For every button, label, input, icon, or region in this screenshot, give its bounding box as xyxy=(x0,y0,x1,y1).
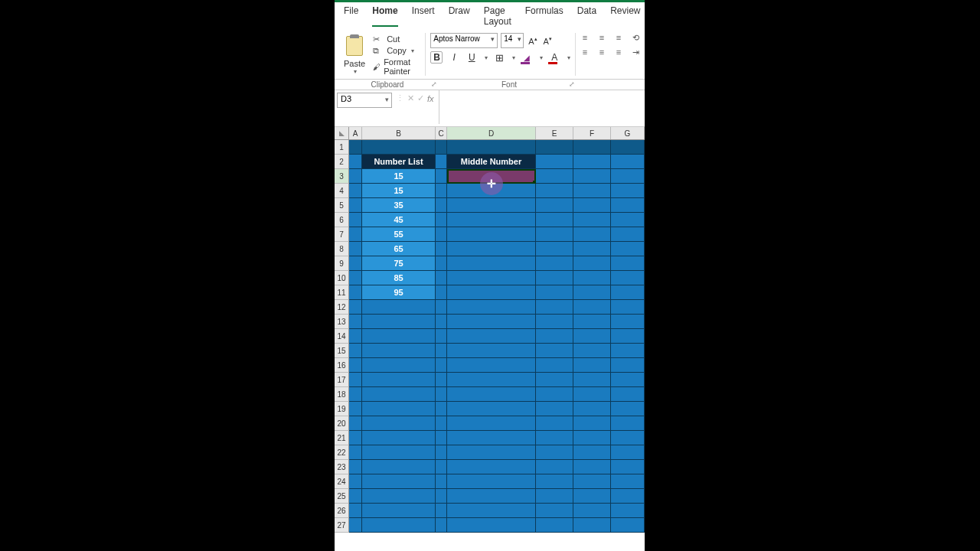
column-header-D[interactable]: D xyxy=(447,127,536,139)
cell-D20[interactable] xyxy=(447,416,536,431)
cell-G1[interactable] xyxy=(611,140,645,155)
cell-D5[interactable] xyxy=(447,198,536,213)
cell-A14[interactable] xyxy=(349,329,362,344)
cell-A17[interactable] xyxy=(349,373,362,387)
cell-G2[interactable] xyxy=(611,155,645,169)
cell-G18[interactable] xyxy=(611,387,645,402)
cell-A27[interactable] xyxy=(349,518,362,533)
cell-F17[interactable] xyxy=(573,373,611,387)
cell-D26[interactable] xyxy=(447,504,536,518)
cell-F14[interactable] xyxy=(573,329,611,344)
row-header-12[interactable]: 12 xyxy=(335,300,349,315)
cell-F12[interactable] xyxy=(573,300,611,315)
select-all-corner[interactable]: ◣ xyxy=(335,127,349,139)
cell-C21[interactable] xyxy=(436,431,447,445)
cell-B4[interactable]: 15 xyxy=(362,184,436,198)
cell-C12[interactable] xyxy=(436,300,447,315)
cell-C25[interactable] xyxy=(436,489,447,504)
cell-B18[interactable] xyxy=(362,387,436,402)
chevron-down-icon[interactable]: ▾ xyxy=(540,54,543,61)
cell-C7[interactable] xyxy=(436,227,447,242)
cell-D27[interactable] xyxy=(447,518,536,533)
cell-B17[interactable] xyxy=(362,373,436,387)
cell-E4[interactable] xyxy=(536,184,573,198)
cell-A3[interactable] xyxy=(349,169,362,184)
cell-D12[interactable] xyxy=(447,300,536,315)
menu-formulas[interactable]: Formulas xyxy=(525,5,564,27)
underline-button[interactable]: U xyxy=(466,52,478,63)
cell-E23[interactable] xyxy=(536,460,573,474)
cell-B19[interactable] xyxy=(362,402,436,416)
cell-C27[interactable] xyxy=(436,518,447,533)
cell-E18[interactable] xyxy=(536,387,573,402)
cell-D1[interactable] xyxy=(447,140,536,155)
copy-button[interactable]: Copy▾ xyxy=(373,46,417,55)
increase-font-button[interactable]: A▴ xyxy=(527,36,538,46)
cell-E24[interactable] xyxy=(536,474,573,489)
menu-review[interactable]: Review xyxy=(610,5,640,27)
cell-A25[interactable] xyxy=(349,489,362,504)
cells-area[interactable]: Number ListMiddle Number1515354555657585… xyxy=(349,140,645,533)
cell-B9[interactable]: 75 xyxy=(362,256,436,271)
cell-D10[interactable] xyxy=(447,271,536,285)
row-header-6[interactable]: 6 xyxy=(335,213,349,227)
cell-D8[interactable] xyxy=(447,242,536,256)
row-header-23[interactable]: 23 xyxy=(335,460,349,474)
cell-C17[interactable] xyxy=(436,373,447,387)
cell-B26[interactable] xyxy=(362,504,436,518)
cell-F19[interactable] xyxy=(573,402,611,416)
font-size-select[interactable]: 14 xyxy=(501,33,524,48)
row-header-9[interactable]: 9 xyxy=(335,256,349,271)
cell-A16[interactable] xyxy=(349,358,362,373)
cell-F21[interactable] xyxy=(573,431,611,445)
cancel-formula-button[interactable]: ✕ xyxy=(407,93,414,103)
cell-C1[interactable] xyxy=(436,140,447,155)
cell-F11[interactable] xyxy=(573,285,611,300)
cell-A22[interactable] xyxy=(349,445,362,460)
cell-B12[interactable] xyxy=(362,300,436,315)
cell-D25[interactable] xyxy=(447,489,536,504)
row-header-8[interactable]: 8 xyxy=(335,242,349,256)
cell-G9[interactable] xyxy=(611,256,645,271)
cell-A23[interactable] xyxy=(349,460,362,474)
cell-G25[interactable] xyxy=(611,489,645,504)
cell-E27[interactable] xyxy=(536,518,573,533)
row-header-1[interactable]: 1 xyxy=(335,140,349,155)
menu-data[interactable]: Data xyxy=(577,5,596,27)
cell-B23[interactable] xyxy=(362,460,436,474)
cell-F24[interactable] xyxy=(573,474,611,489)
cell-E11[interactable] xyxy=(536,285,573,300)
row-header-21[interactable]: 21 xyxy=(335,431,349,445)
indent-button[interactable]: ⇥ xyxy=(629,47,642,57)
cell-C13[interactable] xyxy=(436,315,447,329)
cell-B24[interactable] xyxy=(362,474,436,489)
cell-A12[interactable] xyxy=(349,300,362,315)
insert-function-button[interactable]: fx xyxy=(427,94,434,103)
cell-G5[interactable] xyxy=(611,198,645,213)
cell-C14[interactable] xyxy=(436,329,447,344)
cell-G7[interactable] xyxy=(611,227,645,242)
cell-B22[interactable] xyxy=(362,445,436,460)
cell-F5[interactable] xyxy=(573,198,611,213)
row-header-22[interactable]: 22 xyxy=(335,445,349,460)
cell-F6[interactable] xyxy=(573,213,611,227)
cell-G24[interactable] xyxy=(611,474,645,489)
cell-E3[interactable] xyxy=(536,169,573,184)
cell-G26[interactable] xyxy=(611,504,645,518)
cell-C26[interactable] xyxy=(436,504,447,518)
cell-G19[interactable] xyxy=(611,402,645,416)
cell-D24[interactable] xyxy=(447,474,536,489)
cell-D7[interactable] xyxy=(447,227,536,242)
cell-E8[interactable] xyxy=(536,242,573,256)
cell-E21[interactable] xyxy=(536,431,573,445)
borders-button[interactable] xyxy=(493,52,505,64)
column-header-B[interactable]: B xyxy=(362,127,436,139)
row-header-27[interactable]: 27 xyxy=(335,518,349,533)
cell-B13[interactable] xyxy=(362,315,436,329)
cell-G8[interactable] xyxy=(611,242,645,256)
font-name-select[interactable]: Aptos Narrow xyxy=(430,33,498,48)
cell-A21[interactable] xyxy=(349,431,362,445)
name-box[interactable]: D3 xyxy=(337,93,392,108)
cell-F7[interactable] xyxy=(573,227,611,242)
cell-G15[interactable] xyxy=(611,344,645,358)
